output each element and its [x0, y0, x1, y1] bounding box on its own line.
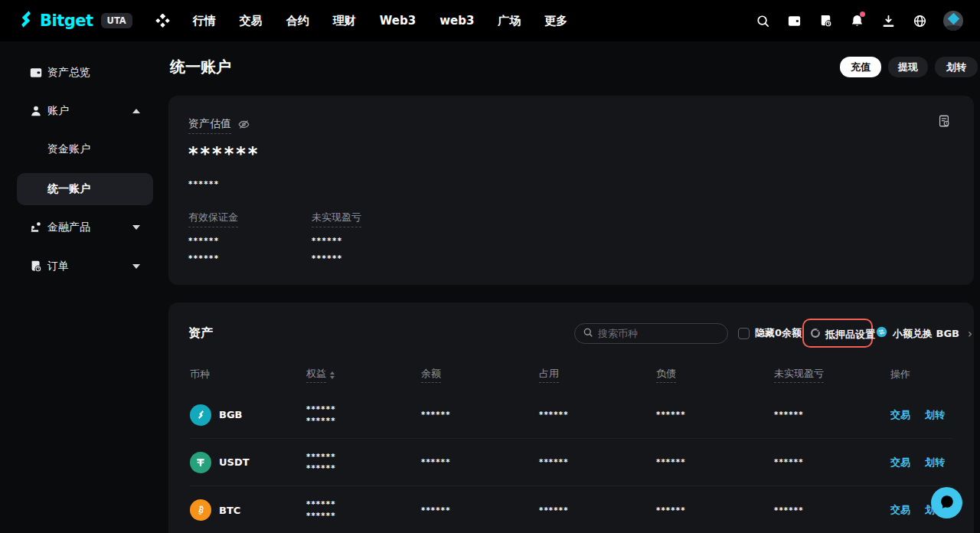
coin-search-box[interactable]	[574, 323, 728, 344]
equity-masked-1: ******	[306, 499, 421, 510]
menu-item-futures[interactable]: 合约	[286, 14, 309, 28]
menu-item-more[interactable]: 更多	[544, 14, 567, 28]
menu-item-trade[interactable]: 交易	[240, 14, 263, 28]
assets-card: 资产 隐藏0余额 抵押品设置	[168, 302, 974, 533]
assets-table-header: 币种 权益 余额 占用 负债 未实现盈亏 操作	[190, 367, 952, 382]
liability-masked: ******	[656, 506, 774, 515]
app-root: Bitget UTA 行情 交易 合约 理财 Web3 web3 广场 更多	[0, 0, 980, 533]
orders-icon	[29, 260, 43, 273]
bitget-logo[interactable]: Bitget	[17, 10, 93, 31]
occupied-masked: ******	[539, 458, 656, 466]
main-menu: 行情 交易 合约 理财 Web3 web3 广场 更多	[193, 14, 568, 28]
orders-history-icon[interactable]	[818, 13, 833, 28]
download-icon[interactable]	[880, 13, 896, 28]
liability-masked: ******	[656, 458, 774, 466]
menu-item-web3-alt[interactable]: web3	[439, 14, 474, 28]
asset-valuation-masked-sub: ******	[188, 180, 219, 188]
sidebar-item-orders[interactable]: 订单	[0, 256, 157, 277]
transfer-link[interactable]: 划转	[925, 408, 945, 422]
row-actions: 交易 划转	[890, 408, 952, 422]
menu-item-markets[interactable]: 行情	[193, 14, 216, 28]
effective-margin-label: 有效保证金	[188, 211, 238, 227]
menu-item-earn[interactable]: 理财	[333, 14, 356, 28]
equity-masked-2: ******	[306, 463, 421, 474]
sidebar-item-unified-account[interactable]: 统一账户	[17, 173, 153, 205]
col-occupied: 占用	[539, 367, 656, 383]
app-grid-icon[interactable]	[155, 13, 171, 28]
globe-icon[interactable]	[912, 13, 927, 28]
convert-small-balance-button[interactable]: 小额兑换 BGB ›	[876, 326, 972, 341]
coin-name: BTC	[219, 505, 240, 516]
chevron-right-icon: ›	[968, 327, 972, 341]
effective-margin-masked-2: ******	[188, 254, 238, 263]
notification-dot	[860, 11, 865, 17]
uta-badge: UTA	[101, 13, 132, 28]
transfer-link[interactable]: 划转	[925, 456, 945, 469]
table-row-usdt: USDT ****** ****** ****** ****** ****** …	[190, 439, 952, 486]
chat-bubble-icon	[939, 493, 956, 513]
equity-masked-2: ******	[306, 510, 421, 522]
coin-name: USDT	[219, 456, 250, 468]
sidebar-item-account[interactable]: 账户	[0, 100, 157, 122]
assets-table-body: BGB ****** ****** ****** ****** ****** *…	[190, 391, 952, 533]
sidebar: 资产总览 账户 资金账户 统一账户	[0, 41, 157, 533]
col-liability: 负债	[656, 367, 774, 383]
equity-masked-2: ******	[306, 415, 421, 427]
equity-masked-1: ******	[306, 451, 421, 463]
unrealized-masked: ******	[774, 458, 890, 466]
equity-cell: ****** ******	[306, 404, 421, 427]
user-icon	[29, 104, 43, 118]
sidebar-item-funding-account[interactable]: 资金账户	[0, 139, 157, 160]
page-title: 统一账户	[170, 57, 231, 77]
menu-item-square[interactable]: 广场	[498, 14, 521, 28]
sidebar-item-asset-overview[interactable]: 资产总览	[0, 62, 157, 83]
occupied-masked: ******	[539, 410, 656, 419]
coin-name: BGB	[219, 409, 243, 420]
trade-link[interactable]: 交易	[890, 503, 910, 517]
trade-link[interactable]: 交易	[890, 408, 910, 422]
sidebar-label-account: 账户	[47, 104, 69, 118]
bell-icon[interactable]	[849, 13, 864, 28]
search-icon[interactable]	[755, 13, 770, 28]
unrealized-pnl-masked-2: ******	[312, 254, 361, 263]
convert-small-balance-label: 小额兑换 BGB	[893, 327, 959, 341]
deposit-button[interactable]: 充值	[840, 57, 881, 77]
search-input[interactable]	[598, 328, 713, 339]
coin-cell: BGB	[190, 404, 306, 426]
sidebar-item-financial-products[interactable]: 金融产品	[0, 217, 157, 238]
col-equity[interactable]: 权益	[306, 367, 421, 383]
bitget-logo-text: Bitget	[40, 11, 93, 30]
trade-link[interactable]: 交易	[890, 456, 910, 469]
collateral-settings-button[interactable]: 抵押品设置	[810, 327, 875, 342]
sidebar-label-financial-products: 金融产品	[47, 221, 90, 234]
hide-zero-checkbox[interactable]	[738, 328, 750, 339]
sidebar-label-unified-account: 统一账户	[47, 182, 90, 196]
col-balance: 余额	[421, 367, 539, 383]
avatar[interactable]	[943, 11, 963, 31]
wallet-icon[interactable]	[786, 13, 802, 28]
chevron-up-icon	[132, 109, 140, 113]
menu-item-web3[interactable]: Web3	[380, 14, 416, 28]
sidebar-label-asset-overview: 资产总览	[47, 66, 90, 80]
balance-masked: ******	[421, 410, 539, 419]
sort-icon[interactable]	[330, 371, 335, 379]
withdraw-button[interactable]: 提现	[888, 57, 928, 77]
convert-icon	[876, 326, 887, 341]
transfer-button[interactable]: 划转	[935, 57, 978, 77]
occupied-masked: ******	[539, 506, 656, 515]
bgb-coin-icon	[190, 404, 211, 426]
search-icon	[583, 326, 593, 341]
asset-valuation-masked-value: ******	[188, 143, 260, 165]
avatar-shoulders	[943, 25, 963, 31]
equity-cell: ****** ******	[306, 451, 421, 474]
financial-products-icon	[29, 221, 43, 234]
asset-valuation-card: 资产估值 ****** ****** 有效保证金 ****** ******	[168, 96, 974, 285]
table-row-bgb: BGB ****** ****** ****** ****** ****** *…	[190, 391, 952, 439]
collateral-settings-label: 抵押品设置	[825, 328, 875, 342]
collateral-gear-icon	[810, 327, 821, 342]
support-chat-button[interactable]	[931, 487, 962, 518]
history-icon[interactable]	[937, 114, 951, 128]
hide-zero-balance-toggle[interactable]: 隐藏0余额	[738, 326, 802, 340]
eye-off-icon[interactable]	[237, 118, 250, 134]
btc-coin-icon	[190, 499, 211, 521]
